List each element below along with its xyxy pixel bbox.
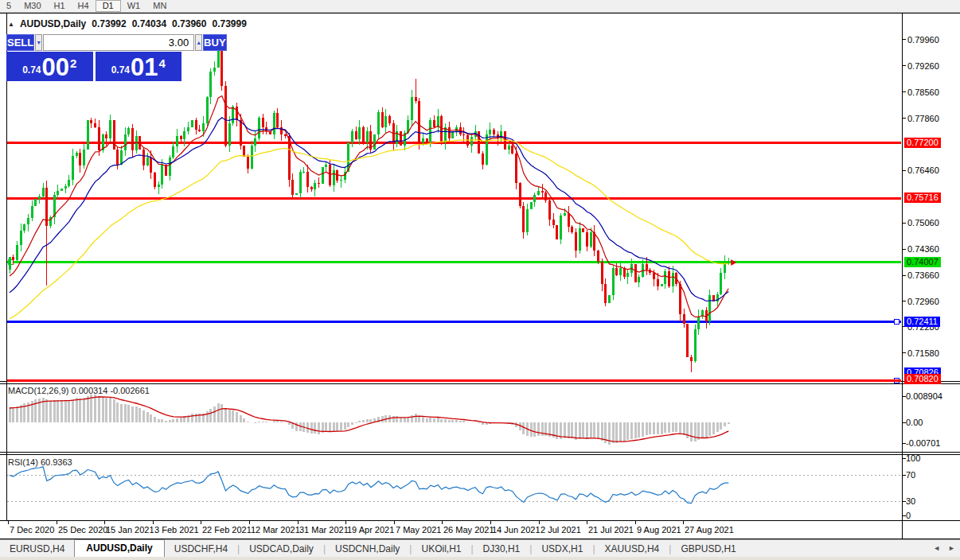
tab-xauusd-h4[interactable]: XAUUSD,H4 xyxy=(595,541,669,558)
tab-usdchf-h4[interactable]: USDCHF,H4 xyxy=(165,541,237,558)
date-tick-label: 31 Mar 2021 xyxy=(299,525,349,535)
date-tick-label: 27 Aug 2021 xyxy=(685,525,734,535)
price-tick-label: 0.76460 xyxy=(907,165,939,175)
price-tick-label: 0.73660 xyxy=(907,270,939,280)
price-tick-label: 0.71580 xyxy=(907,348,939,358)
price-tick-label: 0.78560 xyxy=(907,88,939,97)
level-price-label: 0.72411 xyxy=(904,317,940,327)
tab-gbpusd-h1[interactable]: GBPUSD,H1 xyxy=(671,541,745,558)
volume-increase-button[interactable]: ▲ xyxy=(195,34,202,51)
date-tick-label: 7 May 2021 xyxy=(396,525,441,535)
price-tick-label: 0.79960 xyxy=(907,35,939,45)
status-strip xyxy=(0,557,960,560)
sell-price-pip: 2 xyxy=(70,56,76,70)
timeframe-toolbar: 5M30H1H4D1W1MN xyxy=(0,0,960,13)
tabs-scroll-right-icon[interactable]: ► xyxy=(948,544,955,552)
timeframe-button-m30[interactable]: M30 xyxy=(18,0,47,12)
tab-usdcnh-daily[interactable]: USDCNH,Daily xyxy=(326,541,409,558)
level-price-label: 0.77200 xyxy=(904,138,941,148)
ohlc-open: 0.73992 xyxy=(92,18,126,29)
date-tick-label: 25 Dec 2020 xyxy=(58,525,107,535)
timeframe-button-w1[interactable]: W1 xyxy=(121,0,147,12)
macd-indicator-label: MACD(12,26,9) 0.000314 -0.002661 xyxy=(8,386,150,395)
symbol-label: AUDUSD,Daily xyxy=(20,18,86,29)
volume-decrease-button[interactable]: ▼ xyxy=(35,34,42,51)
date-tick-label: 21 Jul 2021 xyxy=(588,525,634,535)
date-tick-label: 26 May 2021 xyxy=(443,525,494,535)
symbol-expand-icon[interactable]: ▲ xyxy=(8,21,14,28)
timeframe-button-h4[interactable]: H4 xyxy=(72,0,96,12)
date-tick-label: 22 Feb 2021 xyxy=(202,525,252,535)
tab-usdx-h1[interactable]: USDX,H1 xyxy=(532,541,592,558)
level-price-label: 0.70820 xyxy=(904,374,941,384)
macd-axis-label: 0.008904 xyxy=(906,391,942,401)
buy-price-pip: 4 xyxy=(159,56,166,70)
tabs-scroll-left-icon[interactable]: ◄ xyxy=(933,544,940,552)
buy-price-prefix: 0.74 xyxy=(111,64,130,76)
level-price-label: 0.74007 xyxy=(904,257,941,267)
sell-button[interactable]: SELL xyxy=(6,34,34,51)
macd-histogram xyxy=(10,395,728,445)
macd-axis-label: -0.00701 xyxy=(906,438,940,448)
date-tick-label: 7 Dec 2020 xyxy=(10,525,54,535)
rsi-axis-label: 0 xyxy=(906,511,911,520)
buy-button[interactable]: BUY xyxy=(203,34,226,51)
rsi-axis-label: 70 xyxy=(906,470,915,480)
chevron-down-icon: ▼ xyxy=(36,40,41,45)
tab-usdcad-daily[interactable]: USDCAD,Daily xyxy=(240,541,323,558)
price-tick-label: 0.75060 xyxy=(907,218,939,228)
date-tick-label: 2 Jul 2021 xyxy=(540,525,581,535)
tab-audusd-daily[interactable]: AUDUSD,Daily xyxy=(74,539,164,558)
date-tick-label: 9 Aug 2021 xyxy=(637,525,681,535)
tab-dj30-h1[interactable]: DJ30,H1 xyxy=(474,541,530,558)
timeframe-button-h1[interactable]: H1 xyxy=(48,0,72,12)
buy-price-button[interactable]: 0.74 01 4 xyxy=(96,52,182,81)
current-price-marker xyxy=(731,259,736,266)
mt4-window: { "toolbar": {"timeframes": ["5","M30","… xyxy=(0,0,960,560)
ohlc-high: 0.74034 xyxy=(132,18,166,29)
chart-tabs-bar: EURUSD,H4AUDUSD,DailyUSDCHF,H4|USDCAD,Da… xyxy=(0,539,960,558)
price-tick-label: 0.79260 xyxy=(907,61,939,71)
volume-input[interactable] xyxy=(43,34,194,51)
chart-window: ▲ AUDUSD,Daily 0.73992 0.74034 0.73960 0… xyxy=(0,13,960,539)
date-tick-label: 12 Mar 2021 xyxy=(251,525,300,535)
date-tick-label: 14 Jun 2021 xyxy=(492,525,540,535)
price-tick-label: 0.77860 xyxy=(907,114,939,123)
sell-price-big: 00 xyxy=(42,56,69,80)
ohlc-low: 0.73960 xyxy=(172,18,206,29)
date-tick-label: 15 Jan 2021 xyxy=(106,525,154,535)
timeframe-button-d1[interactable]: D1 xyxy=(96,0,121,12)
sell-price-prefix: 0.74 xyxy=(22,64,41,76)
chart-canvas[interactable] xyxy=(0,13,960,539)
rsi-indicator-label: RSI(14) 60.9363 xyxy=(8,457,72,467)
tab-eurusd-h4[interactable]: EURUSD,H4 xyxy=(0,541,74,558)
price-tick-label: 0.74360 xyxy=(907,244,939,254)
rsi-line xyxy=(10,467,728,504)
rsi-axis-label: 30 xyxy=(906,496,915,506)
chevron-up-icon: ▲ xyxy=(196,40,201,45)
rsi-axis-label: 100 xyxy=(906,453,920,463)
timeframe-button-mn[interactable]: MN xyxy=(146,0,173,12)
macd-axis-label: 0.00 xyxy=(906,418,923,427)
level-price-label: 0.75716 xyxy=(904,192,941,203)
buy-price-big: 01 xyxy=(131,56,158,80)
date-tick-label: 19 Apr 2021 xyxy=(347,525,394,535)
timeframe-button-5[interactable]: 5 xyxy=(0,0,18,12)
sell-price-button[interactable]: 0.74 00 2 xyxy=(6,52,93,81)
date-tick-label: 3 Feb 2021 xyxy=(154,525,199,535)
price-tick-label: 0.72960 xyxy=(907,297,939,306)
tab-ukoil-h1[interactable]: UKOil,H1 xyxy=(412,541,470,558)
one-click-trading-panel: SELL ▼ ▲ BUY 0.74 00 2 0.74 01 xyxy=(6,34,181,81)
ohlc-close: 0.73999 xyxy=(212,18,246,29)
chart-title: ▲ AUDUSD,Daily 0.73992 0.74034 0.73960 0… xyxy=(8,18,247,29)
